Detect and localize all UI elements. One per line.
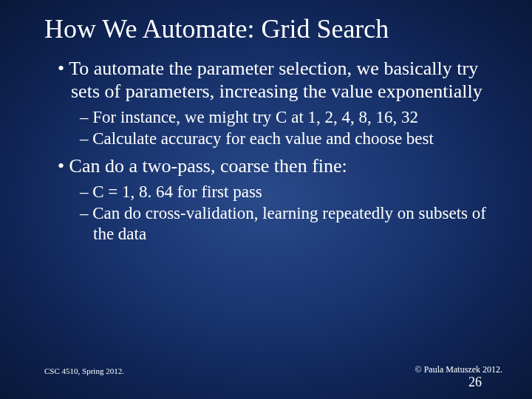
- bullet-1: To automate the parameter selection, we …: [58, 58, 506, 103]
- bullet-2a: C = 1, 8. 64 for first pass: [80, 182, 506, 202]
- bullet-1a: For instance, we might try C at 1, 2, 4,…: [80, 107, 506, 127]
- bullet-2b: Can do cross-validation, learning repeat…: [80, 203, 506, 243]
- slide: How We Automate: Grid Search To automate…: [0, 0, 532, 399]
- footer-right: © Paula Matuszek 2012.: [415, 364, 502, 375]
- bullet-2: Can do a two-pass, coarse then fine:: [58, 155, 506, 178]
- bullet-1b: Calculate accuracy for each value and ch…: [80, 129, 506, 149]
- page-number: 26: [468, 375, 482, 390]
- footer-left: CSC 4510, Spring 2012.: [44, 366, 124, 375]
- slide-title: How We Automate: Grid Search: [44, 13, 506, 44]
